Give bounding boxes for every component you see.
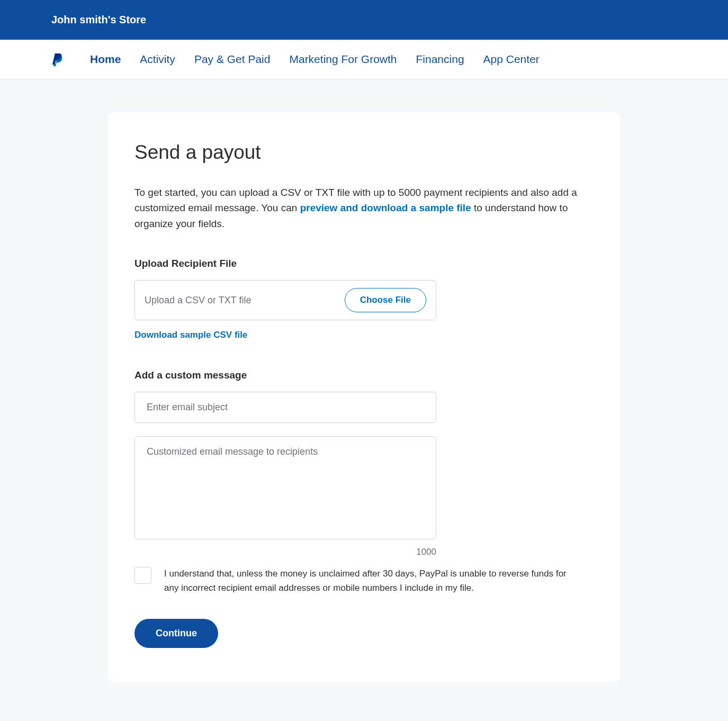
upload-file-box: Upload a CSV or TXT file Choose File — [134, 280, 436, 320]
store-name: John smith's Store — [51, 14, 146, 26]
email-body-textarea[interactable] — [134, 436, 436, 539]
nav-marketing[interactable]: Marketing For Growth — [289, 53, 397, 66]
nav-pay-get-paid[interactable]: Pay & Get Paid — [194, 53, 271, 66]
consent-text: I understand that, unless the money is u… — [164, 567, 567, 595]
consent-checkbox[interactable] — [134, 567, 151, 584]
choose-file-button[interactable]: Choose File — [345, 288, 426, 312]
upload-placeholder: Upload a CSV or TXT file — [145, 295, 251, 306]
consent-row: I understand that, unless the money is u… — [134, 567, 594, 595]
page-description: To get started, you can upload a CSV or … — [134, 185, 594, 231]
email-subject-input[interactable] — [134, 392, 436, 423]
nav-financing[interactable]: Financing — [416, 53, 464, 66]
continue-button[interactable]: Continue — [134, 619, 218, 648]
message-heading: Add a custom message — [134, 369, 594, 381]
preview-sample-link[interactable]: preview and download a sample file — [300, 202, 471, 213]
nav-activity[interactable]: Activity — [140, 53, 175, 66]
nav-home[interactable]: Home — [90, 53, 121, 66]
char-counter: 1000 — [134, 547, 436, 557]
payout-form-card: Send a payout To get started, you can up… — [108, 112, 620, 682]
nav-app-center[interactable]: App Center — [483, 53, 540, 66]
main-nav: Home Activity Pay & Get Paid Marketing F… — [0, 40, 728, 79]
download-sample-link[interactable]: Download sample CSV file — [134, 330, 248, 340]
upload-heading: Upload Recipient File — [134, 258, 594, 269]
paypal-logo-icon[interactable] — [51, 52, 64, 67]
store-banner: John smith's Store — [0, 0, 728, 40]
page-title: Send a payout — [134, 141, 594, 164]
